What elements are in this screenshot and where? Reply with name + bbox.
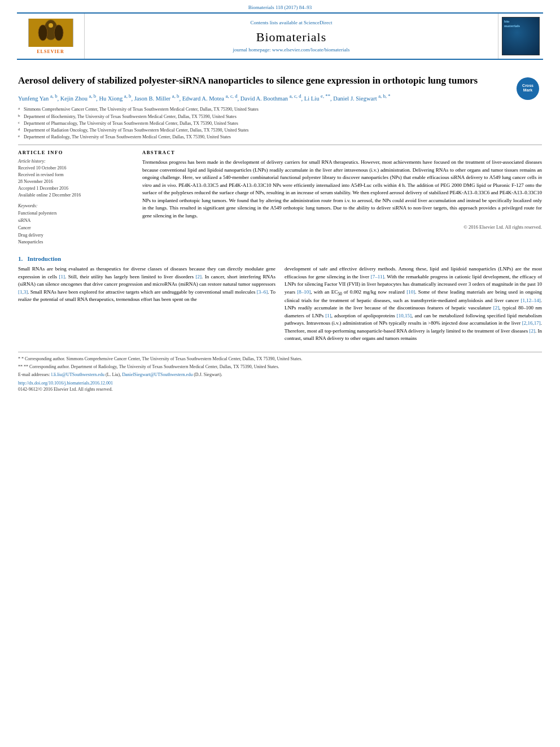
intro-title: 1. Introduction — [18, 255, 542, 262]
revised-date: Received in revised form28 November 2016 — [18, 172, 131, 185]
svg-point-2 — [38, 25, 47, 41]
svg-text:Mark: Mark — [523, 88, 532, 92]
svg-text:Cross: Cross — [522, 84, 533, 88]
crossmark-icon: Cross Mark — [517, 77, 539, 100]
intro-col-left: Small RNAs are being evaluated as therap… — [18, 265, 275, 343]
article-history: Article history: Received 10 October 201… — [18, 159, 131, 199]
available-date: Available online 2 December 2016 — [18, 192, 131, 199]
keyword-list: Functional polyesters siRNA Cancer Drug … — [18, 210, 131, 246]
homepage-link[interactable]: www.elsevier.com/locate/biomaterials — [272, 47, 349, 53]
affil-c: c Department of Pharmacology, The Univer… — [18, 120, 542, 126]
affil-e: e Department of Radiology, The Universit… — [18, 134, 542, 140]
affil-a: a Simmons Comprehensive Cancer Center, T… — [18, 106, 542, 112]
elsevier-logo-area: ELSEVIER — [17, 14, 85, 59]
intro-col-right: development of safe and effective delive… — [285, 265, 542, 343]
elsevier-figure — [28, 19, 73, 47]
footnotes: * * Corresponding author. Simmons Compre… — [18, 352, 542, 392]
article-body: Aerosol delivery of stabilized polyester… — [0, 60, 560, 399]
article-info-abstract: ARTICLE INFO Article history: Received 1… — [18, 150, 542, 246]
journal-cover: biomaterials — [502, 17, 540, 55]
article-info-header: ARTICLE INFO — [18, 150, 131, 155]
intro-text-right: development of safe and effective delive… — [285, 265, 542, 343]
svg-point-4 — [49, 23, 53, 28]
intro-text-left: Small RNAs are being evaluated as therap… — [18, 265, 275, 304]
affiliations: a Simmons Comprehensive Cancer Center, T… — [18, 106, 542, 140]
article-info-col: ARTICLE INFO Article history: Received 1… — [18, 150, 131, 246]
journal-homepage: journal homepage: www.elsevier.com/locat… — [233, 47, 350, 53]
history-label: Article history: — [18, 159, 131, 164]
introduction-section: 1. Introduction Small RNAs are being eva… — [18, 255, 542, 343]
journal-cover-image: biomaterials — [498, 14, 543, 59]
issn-line: 0142-9612/© 2016 Elsevier Ltd. All right… — [18, 387, 542, 392]
footnote-corresponding-1: * * Corresponding author. Simmons Compre… — [18, 356, 542, 362]
sciencedirect-text: Contents lists available at ScienceDirec… — [251, 20, 333, 25]
keywords-label: Keywords: — [18, 203, 131, 208]
abstract-text: Tremendous progress has been made in the… — [142, 159, 542, 220]
footnote-emails: E-mail addresses: l.li.liu@UTSouthwester… — [18, 372, 542, 378]
svg-point-3 — [54, 25, 63, 41]
article-title: Aerosol delivery of stabilized polyester… — [18, 75, 542, 87]
copyright-notice: © 2016 Elsevier Ltd. All rights reserved… — [142, 224, 542, 230]
elsevier-label: ELSEVIER — [37, 49, 64, 54]
authors: Yunfeng Yan a, b, Kejin Zhou a, b, Hu Xi… — [18, 93, 542, 103]
accepted-date: Accepted 1 December 2016 — [18, 185, 131, 192]
sciencedirect-link[interactable]: ScienceDirect — [304, 20, 332, 25]
affil-d: d Department of Radiation Oncology, The … — [18, 127, 542, 133]
crossmark-badge: Cross Mark — [514, 75, 542, 103]
intro-content: Small RNAs are being evaluated as therap… — [18, 265, 542, 343]
keywords: Keywords: Functional polyesters siRNA Ca… — [18, 203, 131, 246]
doi-link[interactable]: http://dx.doi.org/10.1016/j.biomaterials… — [18, 381, 542, 386]
page: Biomaterials 118 (2017) 84–93 ELSEVIER C… — [0, 0, 560, 747]
journal-title-area: Contents lists available at ScienceDirec… — [85, 14, 498, 59]
email-1-link[interactable]: l.li.liu@UTSouthwestern.edu — [51, 372, 104, 377]
affil-b: b Department of Biochemistry, The Univer… — [18, 113, 542, 120]
journal-ref: Biomaterials 118 (2017) 84–93 — [0, 0, 560, 12]
abstract-col: ABSTRACT Tremendous progress has been ma… — [142, 150, 542, 246]
abstract-header: ABSTRACT — [142, 150, 542, 155]
journal-header: ELSEVIER Contents lists available at Sci… — [17, 12, 543, 60]
received-date: Received 10 October 2016 — [18, 165, 131, 172]
cover-label: biomaterials — [504, 19, 520, 28]
journal-title: Biomaterials — [256, 30, 326, 45]
email-2-link[interactable]: DanielSiegwart@UTSouthwestern.edu — [122, 372, 193, 377]
footnote-corresponding-2: ** ** Corresponding author. Department o… — [18, 364, 542, 370]
divider-1 — [18, 145, 542, 145]
